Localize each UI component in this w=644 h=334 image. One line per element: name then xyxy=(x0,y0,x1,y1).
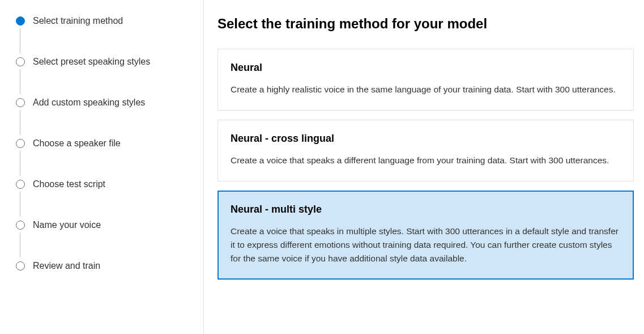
main-content: Select the training method for your mode… xyxy=(204,0,644,334)
option-description: Create a voice that speaks a different l… xyxy=(231,154,621,167)
option-neural-multi-style[interactable]: Neural - multi style Create a voice that… xyxy=(217,191,634,280)
option-title: Neural xyxy=(231,62,621,74)
option-title: Neural - multi style xyxy=(231,204,621,215)
step-indicator-icon xyxy=(16,139,25,148)
step-connector-line xyxy=(20,110,20,135)
step-add-custom-styles[interactable]: Add custom speaking styles xyxy=(16,98,192,138)
option-neural-cross-lingual[interactable]: Neural - cross lingual Create a voice th… xyxy=(217,120,634,181)
step-indicator-icon xyxy=(16,261,25,270)
step-label: Select training method xyxy=(33,16,123,26)
step-label: Name your voice xyxy=(33,220,101,230)
step-label: Choose test script xyxy=(33,179,105,189)
step-list: Select training method Select preset spe… xyxy=(16,16,192,271)
step-label: Review and train xyxy=(33,261,100,271)
page-title: Select the training method for your mode… xyxy=(217,16,634,32)
step-connector-line xyxy=(20,28,20,53)
step-select-preset-styles[interactable]: Select preset speaking styles xyxy=(16,57,192,98)
step-indicator-icon xyxy=(16,221,25,230)
step-indicator-icon xyxy=(16,98,25,107)
step-label: Add custom speaking styles xyxy=(33,98,145,108)
option-title: Neural - cross lingual xyxy=(231,133,621,145)
step-review-and-train[interactable]: Review and train xyxy=(16,261,192,271)
option-description: Create a voice that speaks in multiple s… xyxy=(231,225,621,265)
step-connector-line xyxy=(20,192,20,217)
step-connector-line xyxy=(20,69,20,94)
wizard-sidebar: Select training method Select preset spe… xyxy=(0,0,204,334)
step-choose-test-script[interactable]: Choose test script xyxy=(16,179,192,220)
step-name-your-voice[interactable]: Name your voice xyxy=(16,220,192,261)
step-select-training-method[interactable]: Select training method xyxy=(16,16,192,57)
step-label: Choose a speaker file xyxy=(33,138,121,149)
step-choose-speaker-file[interactable]: Choose a speaker file xyxy=(16,138,192,179)
option-description: Create a highly realistic voice in the s… xyxy=(231,83,621,96)
step-indicator-icon xyxy=(16,180,25,189)
step-indicator-icon xyxy=(16,57,25,66)
step-indicator-icon xyxy=(16,16,25,26)
step-label: Select preset speaking styles xyxy=(33,57,150,67)
step-connector-line xyxy=(20,151,20,176)
option-neural[interactable]: Neural Create a highly realistic voice i… xyxy=(217,49,634,111)
step-connector-line xyxy=(20,232,20,257)
